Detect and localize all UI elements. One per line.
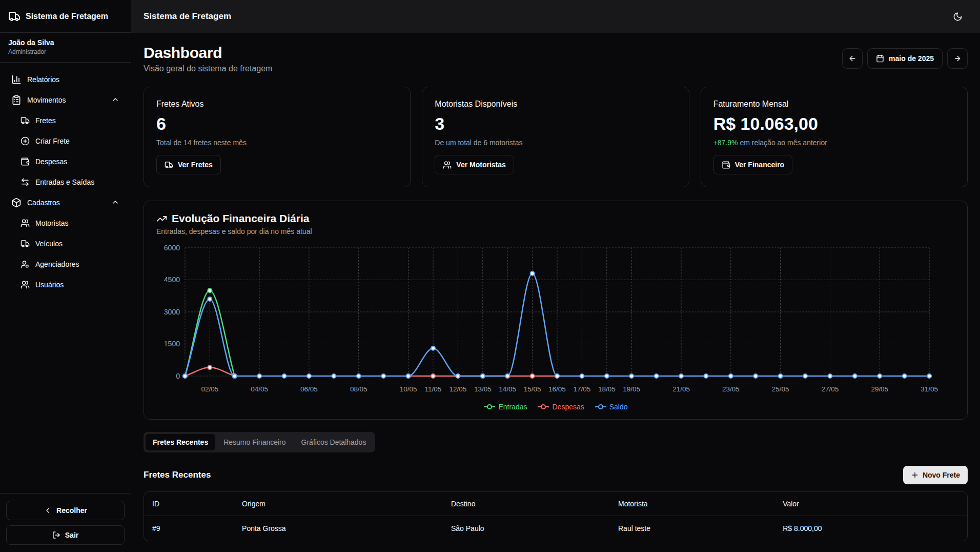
svg-text:21/05: 21/05 (672, 385, 690, 393)
recent-freights-header: Fretes Recentes Novo Frete (144, 466, 968, 484)
column-header-origem: Origem (234, 492, 443, 516)
logout-button[interactable]: Sair (6, 525, 125, 545)
svg-text:10/05: 10/05 (400, 385, 417, 393)
sidebar-nav: Relatórios Movimentos Fretes Criar Frete… (0, 63, 131, 493)
sidebar-item-movimentos[interactable]: Movimentos (6, 90, 125, 110)
legend-entradas[interactable]: Entradas (483, 403, 527, 411)
arrow-right-icon (953, 54, 962, 63)
card-faturamento-mensal: Faturamento Mensal R$ 10.063,00 +87.9% e… (701, 87, 968, 187)
chart-subtitle: Entradas, despesas e saldo por dia no mê… (156, 227, 955, 235)
legend-despesas[interactable]: Despesas (537, 403, 584, 411)
sidebar-item-usuarios[interactable]: Usuários (15, 275, 125, 294)
sidebar-item-label: Veículos (35, 240, 63, 248)
chart-legend: Entradas Despesas Saldo (156, 403, 955, 411)
legend-label: Entradas (498, 403, 527, 411)
chevron-up-icon (111, 198, 119, 208)
svg-text:6000: 6000 (164, 244, 180, 252)
dashboard-tabs: Fretes Recentes Resumo Financeiro Gráfic… (144, 432, 375, 452)
logout-icon (52, 531, 60, 539)
users-icon (21, 280, 30, 289)
svg-text:16/05: 16/05 (548, 385, 566, 393)
tab-fretes-recentes[interactable]: Fretes Recentes (146, 434, 215, 450)
cell-id: #9 (144, 516, 234, 541)
freights-table: ID Origem Destino Motorista Valor #9 Pon… (144, 491, 968, 541)
card-value: 3 (435, 114, 676, 134)
arrow-left-icon (848, 54, 856, 63)
month-label: maio de 2025 (889, 54, 934, 63)
svg-text:1500: 1500 (164, 340, 180, 348)
truck-icon (165, 161, 173, 169)
page-title: Dashboard (144, 44, 272, 62)
legend-label: Saldo (609, 403, 628, 411)
arrows-swap-icon (21, 178, 30, 187)
sidebar-item-fretes[interactable]: Fretes (15, 111, 125, 130)
svg-text:04/05: 04/05 (251, 385, 268, 393)
tab-resumo-financeiro[interactable]: Resumo Financeiro (216, 434, 293, 450)
column-header-valor: Valor (774, 492, 967, 516)
card-title: Motoristas Disponíveis (435, 100, 676, 109)
users-icon (21, 219, 30, 228)
collapse-label: Recolher (56, 506, 87, 515)
ver-motoristas-button[interactable]: Ver Motoristas (435, 155, 514, 174)
sidebar-item-entradas-saidas[interactable]: Entradas e Saídas (15, 172, 125, 192)
ver-fretes-button[interactable]: Ver Fretes (156, 155, 221, 174)
card-value: R$ 10.063,00 (713, 114, 955, 134)
chevron-left-icon (44, 506, 52, 515)
financial-evolution-card: Evolução Financeira Diária Entradas, des… (144, 201, 968, 420)
logout-label: Sair (65, 531, 78, 539)
wallet-icon (722, 161, 730, 169)
legend-line-icon (537, 403, 549, 410)
month-selector-button[interactable]: maio de 2025 (867, 48, 943, 69)
tab-graficos-detalhados[interactable]: Gráficos Detalhados (294, 434, 374, 450)
sidebar-footer: Recolher Sair (0, 493, 131, 552)
sidebar-item-label: Despesas (35, 157, 67, 166)
svg-text:31/05: 31/05 (921, 385, 938, 393)
sidebar-item-veiculos[interactable]: Veículos (15, 234, 125, 253)
novo-frete-button[interactable]: Novo Frete (903, 466, 968, 484)
sidebar-item-criar-frete[interactable]: Criar Frete (15, 131, 125, 151)
page-header: Dashboard Visão geral do sistema de fret… (144, 44, 968, 73)
card-fretes-ativos: Fretes Ativos 6 Total de 14 fretes neste… (144, 87, 411, 187)
sidebar-logo: Sistema de Fretagem (0, 0, 131, 33)
sidebar-item-relatorios[interactable]: Relatórios (6, 70, 125, 89)
svg-text:25/05: 25/05 (772, 385, 789, 393)
next-month-button[interactable] (947, 48, 968, 69)
previous-month-button[interactable] (842, 48, 863, 69)
sidebar-item-cadastros[interactable]: Cadastros (6, 193, 125, 212)
table-row[interactable]: #9 Ponta Grossa São Paulo Raul teste R$ … (144, 516, 967, 541)
svg-text:14/05: 14/05 (499, 385, 516, 393)
stat-cards: Fretes Ativos 6 Total de 14 fretes neste… (144, 87, 968, 187)
sidebar-item-motoristas[interactable]: Motoristas (15, 213, 125, 233)
svg-text:27/05: 27/05 (822, 385, 839, 393)
card-motoristas-disponiveis: Motoristas Disponíveis 3 De um total de … (422, 87, 689, 187)
svg-text:13/05: 13/05 (474, 385, 492, 393)
chart-title: Evolução Financeira Diária (172, 212, 309, 225)
card-title: Faturamento Mensal (713, 100, 955, 109)
column-header-destino: Destino (443, 492, 610, 516)
dashboard-content: Dashboard Visão geral do sistema de fret… (131, 33, 980, 552)
cell-origem: Ponta Grossa (234, 516, 443, 541)
button-label: Novo Frete (923, 471, 960, 479)
topbar: Sistema de Fretagem (131, 0, 980, 33)
cell-destino: São Paulo (443, 516, 610, 541)
bar-chart-icon (11, 74, 22, 85)
truck-logo-icon (8, 10, 21, 23)
month-navigator: maio de 2025 (842, 48, 968, 69)
sidebar-item-despesas[interactable]: Despesas (15, 152, 125, 171)
svg-text:08/05: 08/05 (350, 385, 368, 393)
collapse-sidebar-button[interactable]: Recolher (6, 501, 125, 520)
main-area: Sistema de Fretagem Dashboard Visão gera… (131, 0, 980, 552)
legend-line-icon (595, 403, 607, 410)
legend-saldo[interactable]: Saldo (595, 403, 628, 411)
cell-valor: R$ 8.000,00 (774, 516, 967, 541)
app-title: Sistema de Fretagem (26, 12, 108, 21)
sidebar-item-agenciadores[interactable]: Agenciadores (15, 254, 125, 274)
ver-financeiro-button[interactable]: Ver Financeiro (713, 155, 792, 174)
growth-description: em relação ao mês anterior (738, 139, 827, 147)
legend-line-icon (483, 403, 496, 410)
dark-mode-toggle[interactable] (947, 6, 968, 27)
truck-icon (21, 116, 30, 125)
clipboard-list-icon (11, 95, 22, 105)
svg-text:15/05: 15/05 (524, 385, 541, 393)
button-label: Ver Motoristas (456, 161, 505, 169)
